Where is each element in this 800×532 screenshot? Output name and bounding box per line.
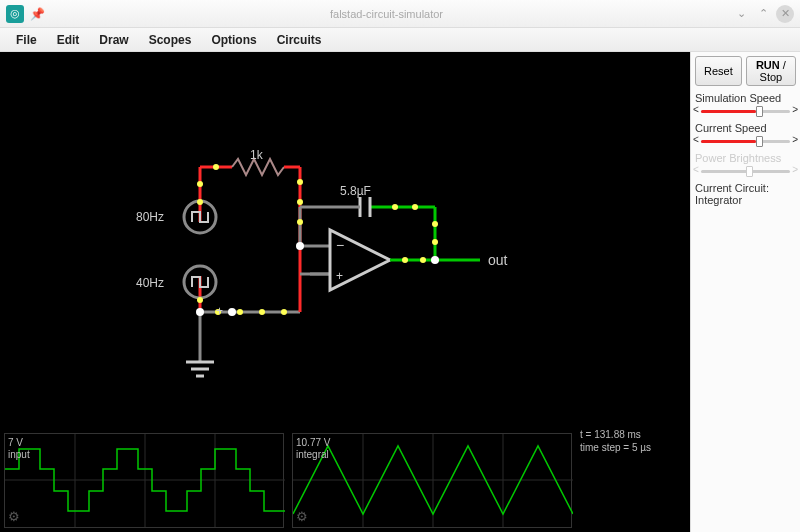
svg-point-30	[197, 199, 203, 205]
svg-point-48	[431, 256, 439, 264]
svg-point-46	[392, 204, 398, 210]
menu-scopes[interactable]: Scopes	[139, 33, 202, 47]
window-close-icon[interactable]: ✕	[776, 5, 794, 23]
app-logo-icon: ◎	[6, 5, 24, 23]
run-stop-button[interactable]: RUN / Stop	[746, 56, 796, 86]
svg-point-34	[297, 199, 303, 205]
pin-icon[interactable]: 📌	[30, 7, 45, 21]
scope1-name-label: input	[8, 449, 30, 461]
status-step: time step = 5 µs	[580, 441, 651, 454]
svg-point-32	[213, 164, 219, 170]
scope-integral[interactable]: 10.77 V integral ⚙	[292, 433, 572, 528]
svg-point-36	[197, 297, 203, 303]
window-titlebar: ◎ 📌 falstad-circuit-simulator ⌄ ⌃ ✕	[0, 0, 800, 28]
scope1-settings-icon[interactable]: ⚙	[8, 509, 20, 524]
plus-rail-label: +	[216, 304, 223, 318]
current-speed-slider[interactable]: Current Speed	[695, 122, 796, 146]
scope2-volt-label: 10.77 V	[296, 437, 330, 449]
menu-circuits[interactable]: Circuits	[267, 33, 332, 47]
control-panel: Reset RUN / Stop Simulation Speed Curren…	[690, 52, 800, 532]
window-minimize-icon[interactable]: ⌄	[732, 5, 750, 23]
source2-label: 40Hz	[136, 276, 164, 290]
current-circuit-readout: Current Circuit: Integrator	[695, 182, 796, 206]
sim-speed-slider[interactable]: Simulation Speed	[695, 92, 796, 116]
svg-text:−: −	[336, 237, 344, 253]
svg-point-39	[259, 309, 265, 315]
status-readout: t = 131.88 ms time step = 5 µs	[580, 428, 651, 454]
scope2-name-label: integral	[296, 449, 330, 461]
svg-point-40	[281, 309, 287, 315]
svg-point-47	[296, 242, 304, 250]
svg-point-43	[432, 239, 438, 245]
svg-point-38	[237, 309, 243, 315]
output-label: out	[488, 252, 507, 268]
scope2-settings-icon[interactable]: ⚙	[296, 509, 308, 524]
current-circuit-name: Integrator	[695, 194, 796, 206]
window-maximize-icon[interactable]: ⌃	[754, 5, 772, 23]
svg-point-45	[412, 204, 418, 210]
svg-point-33	[297, 179, 303, 185]
svg-text:+: +	[336, 269, 343, 283]
svg-point-44	[432, 221, 438, 227]
current-circuit-label: Current Circuit:	[695, 182, 796, 194]
status-time: t = 131.88 ms	[580, 428, 651, 441]
sim-speed-label: Simulation Speed	[695, 92, 796, 104]
svg-point-42	[420, 257, 426, 263]
menubar: File Edit Draw Scopes Options Circuits	[0, 28, 800, 52]
menu-file[interactable]: File	[6, 33, 47, 47]
svg-point-49	[196, 308, 204, 316]
circuit-canvas[interactable]: − +	[0, 52, 690, 532]
window-title: falstad-circuit-simulator	[45, 8, 728, 20]
schematic-svg: − +	[0, 52, 690, 412]
reset-button[interactable]: Reset	[695, 56, 742, 86]
resistor-label: 1k	[250, 148, 263, 162]
menu-options[interactable]: Options	[201, 33, 266, 47]
menu-edit[interactable]: Edit	[47, 33, 90, 47]
source1-label: 80Hz	[136, 210, 164, 224]
power-brightness-label: Power Brightness	[695, 152, 796, 164]
current-speed-label: Current Speed	[695, 122, 796, 134]
scope-input[interactable]: 7 V input ⚙	[4, 433, 284, 528]
svg-point-41	[402, 257, 408, 263]
svg-point-50	[228, 308, 236, 316]
svg-point-35	[297, 219, 303, 225]
scope1-volt-label: 7 V	[8, 437, 30, 449]
svg-point-31	[197, 181, 203, 187]
capacitor-label: 5.8µF	[340, 184, 371, 198]
menu-draw[interactable]: Draw	[89, 33, 138, 47]
power-brightness-slider: Power Brightness	[695, 152, 796, 176]
